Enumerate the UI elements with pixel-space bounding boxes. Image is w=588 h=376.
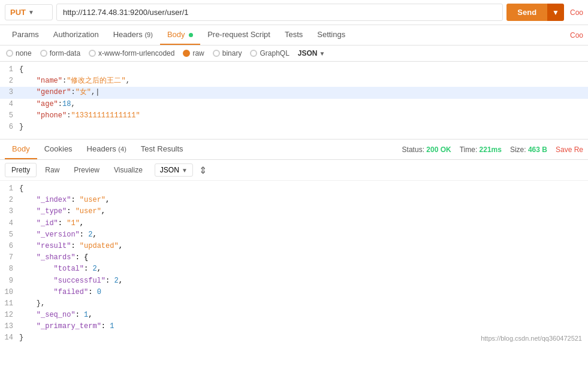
resp-line-4: 4 "_id": "1", — [0, 218, 588, 229]
resp-tab-cookies[interactable]: Cookies — [37, 140, 80, 159]
radio-form-data-label: form-data — [50, 49, 80, 57]
resp-line-7: 7 "_shards": { — [0, 252, 588, 263]
resp-tab-body[interactable]: Body — [5, 140, 37, 159]
response-type-label: JSON — [160, 166, 179, 174]
method-chevron-icon: ▼ — [28, 9, 34, 16]
time-label: Time: 221ms — [460, 145, 502, 154]
size-value: 463 B — [528, 145, 547, 154]
radio-urlencoded-label: x-www-form-urlencoded — [98, 49, 174, 57]
tab-tests[interactable]: Tests — [278, 25, 310, 45]
url-input[interactable] — [56, 4, 503, 21]
json-type-select[interactable]: JSON ▼ — [298, 49, 325, 57]
cookies-overflow-link[interactable]: Coo — [570, 31, 583, 40]
response-status: Status: 200 OK Time: 221ms Size: 463 B S… — [402, 145, 583, 154]
tab-params[interactable]: Params — [5, 25, 46, 45]
size-label: Size: 463 B — [510, 145, 547, 154]
radio-none[interactable]: none — [6, 49, 32, 57]
response-type-select[interactable]: JSON ▼ — [155, 163, 193, 177]
resp-line-12: 12 "_seq_no": 1, — [0, 310, 588, 321]
json-chevron-icon: ▼ — [319, 50, 325, 57]
status-value: 200 OK — [426, 145, 451, 154]
json-type-label: JSON — [298, 49, 318, 57]
resp-tab-test-results[interactable]: Test Results — [134, 140, 191, 159]
top-bar: PUT ▼ Send ▼ Coo — [0, 0, 588, 25]
fmt-visualize-button[interactable]: Visualize — [108, 163, 149, 177]
resp-line-10: 10 "failed": 0 — [0, 287, 588, 298]
radio-graphql[interactable]: GraphQL — [250, 49, 289, 57]
body-dot-icon — [189, 33, 193, 37]
method-label: PUT — [10, 8, 26, 17]
response-type-chevron-icon: ▼ — [182, 167, 188, 174]
req-line-3: 3 "gender":"女",| — [0, 87, 588, 98]
resp-line-9: 9 "successful": 2, — [0, 275, 588, 287]
radio-form-data[interactable]: form-data — [40, 49, 80, 57]
resp-line-6: 6 "result": "updated", — [0, 241, 588, 252]
fmt-raw-button[interactable]: Raw — [39, 163, 65, 177]
request-body-editor[interactable]: 1 { 2 "name":"修改之后的王二", 3 "gender":"女",|… — [0, 62, 588, 140]
resp-headers-badge: (4) — [118, 145, 126, 153]
status-label: Status: 200 OK — [402, 145, 451, 154]
radio-urlencoded-icon — [89, 50, 96, 57]
request-tabs: Params Authorization Headers (9) Body Pr… — [0, 25, 588, 46]
resp-line-3: 3 "_type": "user", — [0, 206, 588, 217]
radio-urlencoded[interactable]: x-www-form-urlencoded — [89, 49, 174, 57]
resp-line-2: 2 "_index": "user", — [0, 195, 588, 206]
response-section: Body Cookies Headers (4) Test Results St… — [0, 140, 588, 347]
resp-tab-headers[interactable]: Headers (4) — [80, 140, 134, 159]
watermark: https://blog.csdn.net/qq360472521 — [481, 335, 582, 342]
req-line-5: 5 "phone":"13311111111111" — [0, 110, 588, 122]
radio-binary-label: binary — [222, 49, 242, 57]
save-response-button[interactable]: Save Re — [556, 145, 583, 154]
radio-raw[interactable]: raw — [183, 49, 204, 57]
time-prefix: Time: — [460, 145, 480, 154]
resp-line-8: 8 "total": 2, — [0, 263, 588, 275]
tab-headers[interactable]: Headers (9) — [106, 25, 160, 45]
radio-graphql-icon — [250, 50, 257, 57]
radio-form-data-icon — [40, 50, 47, 57]
req-line-1: 1 { — [0, 64, 588, 75]
req-line-4: 4 "age":18, — [0, 99, 588, 110]
response-tabs-bar: Body Cookies Headers (4) Test Results St… — [0, 140, 588, 160]
resp-line-11: 11 }, — [0, 298, 588, 310]
radio-binary-icon — [213, 50, 220, 57]
radio-raw-icon — [183, 50, 190, 57]
status-prefix: Status: — [402, 145, 427, 154]
response-format-bar: Pretty Raw Preview Visualize JSON ▼ ⇕ — [0, 160, 588, 181]
tab-settings[interactable]: Settings — [310, 25, 352, 45]
cookies-link[interactable]: Coo — [570, 8, 583, 17]
send-arrow-button[interactable]: ▼ — [547, 4, 564, 21]
headers-badge: (9) — [144, 31, 152, 38]
wrap-icon[interactable]: ⇕ — [199, 165, 207, 176]
tab-body[interactable]: Body — [160, 25, 200, 45]
radio-raw-label: raw — [192, 49, 204, 57]
resp-line-13: 13 "_primary_term": 1 — [0, 321, 588, 332]
tab-authorization[interactable]: Authorization — [46, 25, 106, 45]
radio-binary[interactable]: binary — [213, 49, 242, 57]
req-line-2: 2 "name":"修改之后的王二", — [0, 75, 588, 87]
fmt-preview-button[interactable]: Preview — [68, 163, 105, 177]
send-btn-group: Send ▼ — [506, 4, 564, 21]
req-line-6: 6 } — [0, 122, 588, 133]
size-prefix: Size: — [510, 145, 528, 154]
resp-line-1: 1 { — [0, 183, 588, 195]
radio-none-label: none — [16, 49, 32, 57]
radio-graphql-label: GraphQL — [260, 49, 289, 57]
tab-pre-request[interactable]: Pre-request Script — [200, 25, 278, 45]
send-button[interactable]: Send — [506, 4, 547, 21]
time-value: 221ms — [480, 145, 502, 154]
body-type-bar: none form-data x-www-form-urlencoded raw… — [0, 46, 588, 62]
resp-line-5: 5 "_version": 2, — [0, 229, 588, 241]
response-body-editor: 1 { 2 "_index": "user", 3 "_type": "user… — [0, 181, 588, 347]
fmt-pretty-button[interactable]: Pretty — [5, 163, 37, 177]
method-select[interactable]: PUT ▼ — [5, 4, 53, 20]
radio-none-icon — [6, 50, 13, 57]
